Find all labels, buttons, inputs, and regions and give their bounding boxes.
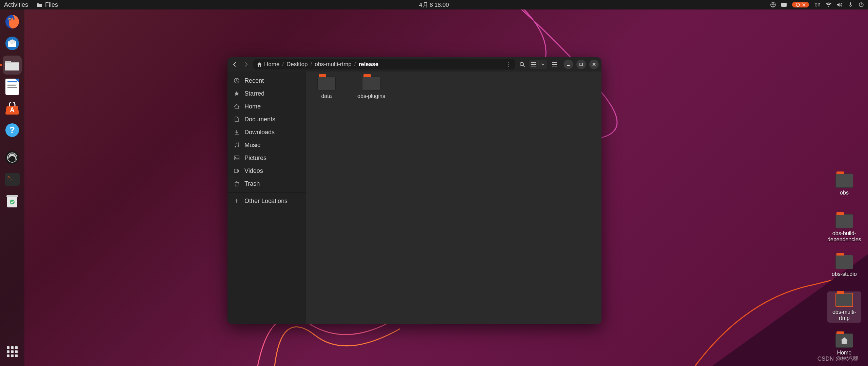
a11y-icon[interactable] <box>770 2 776 7</box>
svg-point-36 <box>238 145 239 147</box>
files-window: Home/Desktop/obs-multi-rtmp/release⋮ Rec… <box>228 57 601 324</box>
app-menu-label: Files <box>45 1 58 8</box>
dock-firefox[interactable] <box>3 12 22 31</box>
activities-button[interactable]: Activities <box>4 1 28 8</box>
sidebar-other-locations[interactable]: Other Locations <box>228 195 306 207</box>
language-indicator[interactable]: en <box>814 2 821 8</box>
dock: A ? >_ <box>0 9 24 366</box>
sidebar-label: Other Locations <box>244 198 288 205</box>
clock[interactable]: 4月 8 18:00 <box>419 1 449 9</box>
desktop-icon-obs[interactable]: obs <box>827 174 861 196</box>
breadcrumb-separator: / <box>281 61 284 68</box>
maximize-button[interactable] <box>576 60 586 69</box>
watermark: CSDN @林鸿群 <box>817 355 859 363</box>
dock-writer[interactable] <box>3 77 22 96</box>
power-icon[interactable] <box>859 2 864 7</box>
folder-icon <box>835 174 853 188</box>
svg-rect-37 <box>234 156 239 160</box>
svg-text:?: ? <box>9 125 15 135</box>
svg-point-1 <box>773 3 774 4</box>
sidebar-pictures[interactable]: Pictures <box>228 151 306 164</box>
sidebar-label: Music <box>244 142 260 149</box>
sidebar-starred[interactable]: Starred <box>228 87 306 100</box>
file-view[interactable]: dataobs-plugins <box>306 72 601 324</box>
dock-trash[interactable] <box>3 191 22 210</box>
breadcrumb-release[interactable]: release <box>359 61 379 68</box>
sidebar-label: Starred <box>244 90 264 97</box>
picture-icon <box>234 155 240 161</box>
show-applications[interactable] <box>3 342 22 361</box>
sidebar-label: Downloads <box>244 129 275 136</box>
sidebar-home[interactable]: Home <box>228 100 306 113</box>
sidebar-label: Recent <box>244 77 264 84</box>
folder-data[interactable]: data <box>311 76 342 99</box>
dock-thunderbird[interactable] <box>3 34 22 53</box>
sidebar-separator <box>228 192 306 192</box>
close-button[interactable] <box>589 60 599 69</box>
minimize-button[interactable] <box>564 60 573 69</box>
folder-label: data <box>321 93 332 99</box>
app-menu[interactable]: Files <box>37 1 58 8</box>
breadcrumb-desktop[interactable]: Desktop <box>287 61 308 68</box>
clock-icon <box>234 78 240 84</box>
svg-text:>_: >_ <box>7 175 13 180</box>
back-button[interactable] <box>230 60 239 69</box>
wifi-icon[interactable] <box>826 2 831 7</box>
dock-software[interactable]: A <box>3 99 22 118</box>
dock-terminal[interactable]: >_ <box>3 170 22 189</box>
sidebar-downloads[interactable]: Downloads <box>228 126 306 139</box>
dock-files[interactable] <box>3 56 22 75</box>
view-controls <box>529 60 547 69</box>
input-method-icon[interactable] <box>781 2 787 7</box>
svg-rect-26 <box>531 62 536 63</box>
desktop-icon-home[interactable]: Home <box>827 333 861 356</box>
sidebar-documents[interactable]: Documents <box>228 113 306 126</box>
star-icon <box>234 90 240 97</box>
view-dropdown-button[interactable] <box>538 60 547 69</box>
svg-rect-2 <box>781 3 787 7</box>
folder-icon <box>835 293 853 307</box>
volume-icon[interactable] <box>837 2 842 7</box>
dock-obs[interactable] <box>3 148 22 167</box>
svg-text:A: A <box>10 106 15 113</box>
search-button[interactable] <box>518 60 527 69</box>
home-icon <box>234 103 240 109</box>
microphone-icon[interactable] <box>848 2 853 7</box>
folder-icon <box>835 214 853 228</box>
titlebar: Home/Desktop/obs-multi-rtmp/release⋮ <box>228 57 601 72</box>
sidebar-trash[interactable]: Trash <box>228 177 306 190</box>
svg-point-24 <box>520 62 524 66</box>
path-bar[interactable]: Home/Desktop/obs-multi-rtmp/release⋮ <box>253 59 515 69</box>
sidebar-label: Trash <box>244 180 260 187</box>
svg-rect-33 <box>580 63 583 66</box>
svg-rect-31 <box>552 66 557 66</box>
svg-point-23 <box>10 200 15 204</box>
svg-rect-9 <box>5 79 19 95</box>
files-app-icon <box>37 2 42 7</box>
breadcrumb-separator: / <box>310 61 313 68</box>
folder-label: obs-plugins <box>357 93 385 99</box>
folder-obs-plugins[interactable]: obs-plugins <box>356 76 387 99</box>
svg-rect-39 <box>234 169 238 172</box>
sidebar-recent[interactable]: Recent <box>228 74 306 87</box>
breadcrumb-home[interactable]: Home <box>257 61 279 68</box>
logout-pill[interactable] <box>792 2 809 7</box>
sidebar-videos[interactable]: Videos <box>228 164 306 177</box>
svg-rect-30 <box>552 64 557 65</box>
top-bar: Activities Files 4月 8 18:00 en <box>0 0 868 9</box>
trash-icon <box>234 181 240 187</box>
breadcrumb-obs-multi-rtmp[interactable]: obs-multi-rtmp <box>315 61 352 68</box>
pathbar-menu[interactable]: ⋮ <box>506 61 512 68</box>
sidebar-music[interactable]: Music <box>228 139 306 151</box>
dock-help[interactable]: ? <box>3 121 22 140</box>
forward-button[interactable] <box>242 60 251 69</box>
desktop-icon-label: obs-multi-rtmp <box>829 309 860 321</box>
sidebar-label: Videos <box>244 167 263 175</box>
desktop-icon-obs-build-dependencies[interactable]: obs-build-dependencies <box>827 214 861 243</box>
list-view-button[interactable] <box>529 60 538 69</box>
desktop-icon-obs-multi-rtmp[interactable]: obs-multi-rtmp <box>827 291 861 323</box>
desktop-icon-label: obs <box>840 190 849 196</box>
hamburger-menu[interactable] <box>550 60 559 69</box>
sidebar-label: Documents <box>244 116 275 123</box>
desktop-icon-obs-studio[interactable]: obs-studio <box>827 255 861 277</box>
